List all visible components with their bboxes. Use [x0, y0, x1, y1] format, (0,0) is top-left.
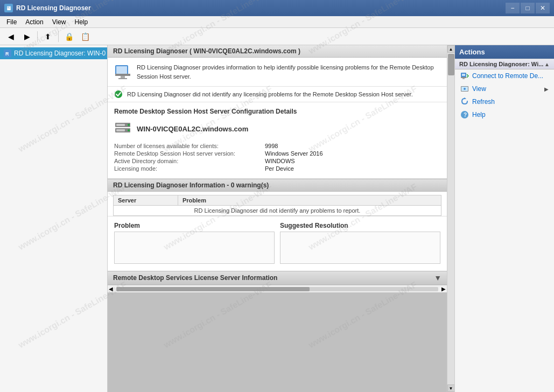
- resolution-label: Suggested Resolution: [280, 222, 440, 229]
- help-label: Help: [472, 111, 486, 118]
- svg-point-10: [128, 124, 130, 126]
- svg-rect-13: [116, 129, 125, 131]
- v-scroll-down[interactable]: ▼: [447, 384, 455, 392]
- actions-header: Actions: [455, 45, 554, 59]
- toolbar-clipboard[interactable]: 📋: [78, 30, 93, 43]
- v-scroll-thumb[interactable]: [448, 54, 454, 75]
- h-scroll[interactable]: ◀ ▶: [108, 285, 447, 292]
- view-submenu-icon: ▶: [544, 86, 549, 92]
- diagnoser-icon: R: [3, 49, 12, 58]
- problem-label: Problem: [114, 222, 275, 229]
- info-icon: [114, 63, 131, 80]
- title-bar: 🖥 RD Licensing Diagnoser − □ ✕: [0, 0, 554, 16]
- app-icon: 🖥: [4, 4, 13, 12]
- problem-textarea[interactable]: [114, 232, 275, 264]
- info-section: RD Licensing Diagnoser provides informat…: [108, 58, 447, 87]
- warnings-header: RD Licensing Diagnoser Information - 0 w…: [108, 179, 447, 192]
- toolbar-forward[interactable]: ▶: [19, 30, 34, 43]
- license-scroll-btn[interactable]: ▼: [434, 274, 441, 282]
- config-label-3: Licensing mode:: [114, 165, 265, 172]
- maximize-button[interactable]: □: [521, 3, 535, 13]
- info-text: RD Licensing Diagnoser provides informat…: [137, 63, 440, 81]
- h-scroll-thumb[interactable]: [116, 287, 310, 291]
- toolbar-lock[interactable]: 🔒: [61, 30, 76, 43]
- license-section: Remote Desktop Services License Server I…: [108, 271, 447, 285]
- license-header: Remote Desktop Services License Server I…: [108, 271, 447, 285]
- toolbar-back[interactable]: ◀: [3, 30, 18, 43]
- config-row-1: Remote Desktop Session Host server versi…: [114, 150, 440, 157]
- status-text: RD Licensing Diagnoser did not identify …: [127, 91, 413, 97]
- menu-bar: File Action View Help: [0, 16, 554, 28]
- config-title: Remote Desktop Session Host Server Confi…: [114, 108, 440, 115]
- actions-group-label-0: RD Licensing Diagnoser: Wi...: [459, 61, 543, 67]
- h-scroll-left[interactable]: ◀: [108, 286, 114, 292]
- nav-tree: R RD Licensing Diagnoser: WIN-0: [0, 45, 108, 392]
- svg-point-11: [128, 129, 130, 131]
- actions-view[interactable]: View ▶: [455, 82, 554, 95]
- nav-item-label: RD Licensing Diagnoser: WIN-0: [14, 50, 106, 57]
- close-button[interactable]: ✕: [536, 3, 550, 13]
- config-value-0: 9998: [265, 143, 278, 149]
- h-scroll-right[interactable]: ▶: [440, 286, 447, 292]
- main-container: R RD Licensing Diagnoser: WIN-0 RD Licen…: [0, 45, 554, 392]
- svg-rect-15: [462, 74, 465, 76]
- menu-file[interactable]: File: [2, 17, 21, 27]
- status-icon: [114, 90, 123, 99]
- problem-box: Problem: [114, 222, 275, 265]
- content-header: RD Licensing Diagnoser ( WIN-0VICQE0AL2C…: [108, 45, 447, 58]
- toolbar-separator-1: [37, 31, 38, 42]
- svg-rect-17: [462, 78, 465, 79]
- title-bar-buttons: − □ ✕: [506, 3, 550, 13]
- refresh-icon: [460, 97, 469, 106]
- svg-rect-12: [116, 124, 125, 126]
- content-with-scroll: RD Licensing Diagnoser ( WIN-0VICQE0AL2C…: [108, 45, 454, 392]
- help-icon: ?: [460, 110, 469, 119]
- toolbar: ◀ ▶ ⬆ 🔒 📋: [0, 28, 554, 45]
- h-scroll-track[interactable]: [116, 287, 438, 291]
- v-scroll[interactable]: ▲ ▼: [447, 45, 454, 392]
- svg-point-20: [464, 88, 466, 90]
- warnings-empty-text: RD Licensing Diagnoser did not identify …: [114, 206, 441, 216]
- view-label: View: [472, 85, 486, 93]
- config-value-3: Per Device: [265, 165, 294, 172]
- status-row: RD Licensing Diagnoser did not identify …: [108, 87, 447, 102]
- config-table: Number of licenses available for clients…: [114, 143, 440, 172]
- v-scroll-up[interactable]: ▲: [447, 45, 455, 53]
- actions-connect[interactable]: Connect to Remote De...: [455, 69, 554, 82]
- server-icon: [114, 120, 131, 138]
- config-row-3: Licensing mode: Per Device: [114, 165, 440, 172]
- content-inner: RD Licensing Diagnoser ( WIN-0VICQE0AL2C…: [108, 45, 447, 392]
- actions-group-header-0: RD Licensing Diagnoser: Wi... ▲: [455, 59, 554, 69]
- menu-help[interactable]: Help: [71, 17, 93, 27]
- refresh-label: Refresh: [472, 98, 495, 106]
- warnings-empty-row: RD Licensing Diagnoser did not identify …: [114, 206, 441, 216]
- config-label-2: Active Directory domain:: [114, 158, 265, 164]
- warnings-table: Server Problem RD Licensing Diagnoser di…: [113, 195, 441, 216]
- svg-rect-6: [118, 78, 127, 79]
- v-scroll-track[interactable]: [447, 53, 454, 384]
- actions-group-expand-0[interactable]: ▲: [544, 61, 550, 67]
- toolbar-up[interactable]: ⬆: [40, 30, 55, 43]
- menu-view[interactable]: View: [48, 17, 71, 27]
- resolution-textarea[interactable]: [280, 232, 440, 264]
- minimize-button[interactable]: −: [506, 3, 520, 13]
- svg-rect-5: [121, 76, 125, 78]
- svg-text:R: R: [5, 51, 9, 57]
- content-header-title: RD Licensing Diagnoser ( WIN-0VICQE0AL2C…: [113, 47, 300, 55]
- actions-panel: Actions RD Licensing Diagnoser: Wi... ▲ …: [454, 45, 554, 392]
- warnings-section: RD Licensing Diagnoser Information - 0 w…: [108, 179, 447, 216]
- actions-help[interactable]: ? Help: [455, 108, 554, 121]
- view-icon: [460, 85, 469, 93]
- nav-item-diagnoser[interactable]: R RD Licensing Diagnoser: WIN-0: [0, 47, 107, 59]
- resolution-box: Suggested Resolution: [280, 222, 440, 265]
- svg-rect-16: [461, 77, 466, 78]
- menu-action[interactable]: Action: [21, 17, 47, 27]
- toolbar-separator-2: [58, 31, 59, 42]
- actions-refresh[interactable]: Refresh: [455, 95, 554, 108]
- svg-rect-4: [115, 74, 130, 76]
- config-server: WIN-0VICQE0AL2C.windows.com: [114, 120, 440, 138]
- config-label-0: Number of licenses available for clients…: [114, 143, 265, 149]
- config-row-2: Active Directory domain: WINDOWS: [114, 158, 440, 164]
- svg-rect-3: [116, 66, 127, 74]
- col-server: Server: [114, 195, 178, 206]
